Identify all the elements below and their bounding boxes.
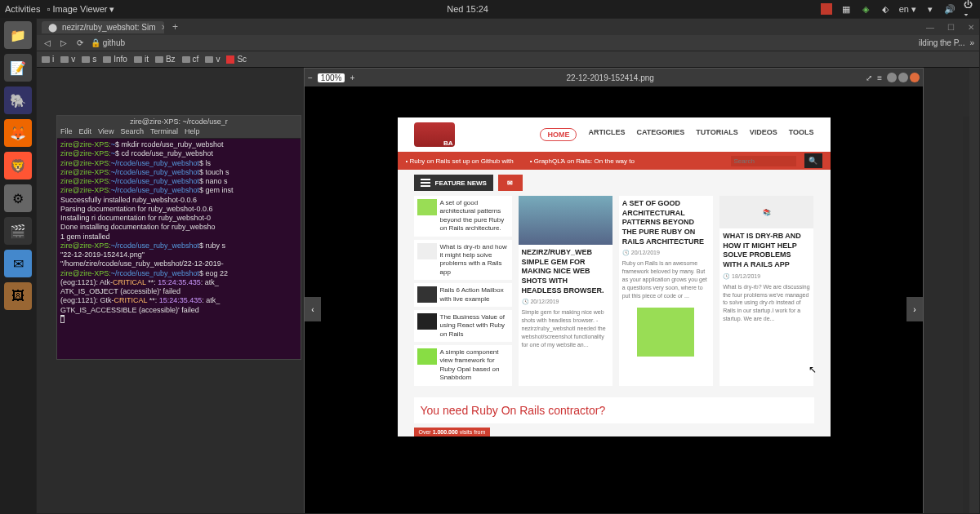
- sidebar-item[interactable]: A set of good architectural patterns bey…: [414, 196, 512, 237]
- bookmark-item[interactable]: s: [82, 55, 96, 64]
- nav-tutorials[interactable]: TUTORIALS: [696, 128, 737, 141]
- tab-title: nezirz/ruby_webshot: Sim: [62, 23, 156, 32]
- terminal-window[interactable]: zire@zire-XPS: ~/rcode/use_r File Edit V…: [56, 115, 301, 360]
- image-viewer-toolbar: − 100% + 22-12-2019-152414.png ⤢ ≡: [305, 69, 923, 86]
- sidebar-item[interactable]: A simple component view framework for Ru…: [414, 345, 512, 386]
- right-tab-fragment: ilding the P...: [919, 38, 965, 47]
- apps-grid-icon[interactable]: ▦: [840, 3, 852, 15]
- network-icon[interactable]: ▾: [924, 3, 936, 15]
- nav-home[interactable]: HOME: [540, 128, 577, 141]
- ticker-bar: • Ruby on Rails set up on Github with • …: [398, 152, 831, 170]
- terminal-menu-item[interactable]: File: [60, 127, 73, 138]
- viewer-filename: 22-12-2019-152414.png: [359, 73, 861, 82]
- recording-indicator-icon[interactable]: [821, 3, 832, 15]
- window-minimize-icon[interactable]: —: [921, 23, 939, 32]
- dock-mail-icon[interactable]: ✉: [4, 250, 32, 277]
- bookmark-item[interactable]: i: [42, 55, 54, 64]
- nav-categories[interactable]: CATEGORIES: [636, 128, 684, 141]
- viewer-menu-icon[interactable]: ≡: [877, 73, 882, 82]
- terminal-menu-item[interactable]: Edit: [79, 127, 92, 138]
- terminal-menu-item[interactable]: Search: [120, 127, 144, 138]
- dock-postgres-icon[interactable]: 🐘: [4, 86, 32, 114]
- image-viewer-window: − 100% + 22-12-2019-152414.png ⤢ ≡ ‹ › ↖: [304, 68, 924, 513]
- article-title: WHAT IS DRY-RB AND HOW IT MIGHT HELP SOL…: [719, 232, 813, 273]
- new-tab-button[interactable]: +: [167, 21, 183, 33]
- hamburger-icon[interactable]: [421, 179, 430, 187]
- terminal-body[interactable]: zire@zire-XPS:~$ mkdir rcode/use_ruby_we…: [57, 139, 301, 326]
- ticker-item[interactable]: • Ruby on Rails set up on Github with: [406, 157, 514, 165]
- terminal-menu-item[interactable]: Help: [185, 127, 200, 138]
- dock-text-icon[interactable]: 📝: [4, 54, 32, 82]
- article-card[interactable]: A SET OF GOOD ARCHITECTURAL PATTERNS BEY…: [619, 196, 713, 386]
- bookmark-item[interactable]: cf: [182, 55, 199, 64]
- bookmark-item[interactable]: Bz: [155, 55, 176, 64]
- shield-icon[interactable]: ◈: [860, 3, 871, 15]
- contractor-banner[interactable]: You need Ruby On Rails contractor?: [414, 397, 814, 423]
- browser-tab[interactable]: ⬤ nezirz/ruby_webshot: Sim ✕: [42, 21, 164, 33]
- article-image: [637, 308, 694, 357]
- feature-sidebar: A set of good architectural patterns bey…: [414, 196, 512, 386]
- feature-news-tag: FEATURE NEWS: [414, 175, 493, 191]
- close-tab-icon[interactable]: ✕: [161, 23, 165, 32]
- dock-settings-icon[interactable]: ⚙: [4, 184, 32, 212]
- terminal-menu-item[interactable]: View: [98, 127, 114, 138]
- address-bar[interactable]: 🔒 github: [91, 38, 914, 47]
- viewer-maximize-icon[interactable]: [898, 73, 908, 82]
- bookmark-item[interactable]: Info: [103, 55, 127, 64]
- article-image: 📚: [719, 196, 813, 228]
- sidebar-item[interactable]: The Business Value of using React with R…: [414, 310, 512, 342]
- sidebar-item[interactable]: What is dry-rb and how it might help sol…: [414, 240, 512, 281]
- terminal-menu-item[interactable]: Terminal: [150, 127, 178, 138]
- dock-image-icon[interactable]: 🖼: [4, 282, 32, 310]
- next-image-button[interactable]: ›: [906, 297, 923, 321]
- viewer-close-icon[interactable]: [910, 73, 920, 82]
- search-input[interactable]: [731, 156, 796, 166]
- screenshot-page: BA HOME ARTICLES CATEGORIES TUTORIALS VI…: [398, 117, 831, 436]
- bookmark-item[interactable]: v: [60, 55, 75, 64]
- overflow-icon[interactable]: »: [969, 38, 974, 47]
- bookmark-item[interactable]: it: [134, 55, 149, 64]
- window-close-icon[interactable]: ✕: [963, 23, 979, 32]
- dock-files-icon[interactable]: 📁: [4, 21, 32, 49]
- nav-videos[interactable]: VIDEOS: [750, 128, 777, 141]
- viewer-canvas: ‹ › ↖ BA HOME ARTICLES CATEGORIES TUTORI…: [305, 86, 923, 513]
- back-button[interactable]: ◁: [42, 38, 53, 47]
- article-card[interactable]: NEZIRZ/RUBY_WEB SIMPLE GEM FOR MAKING NI…: [519, 196, 612, 386]
- window-maximize-icon[interactable]: ☐: [942, 23, 960, 32]
- language-indicator[interactable]: en ▾: [899, 4, 916, 15]
- dock-video-icon[interactable]: 🎬: [4, 217, 32, 245]
- terminal-title: zire@zire-XPS: ~/rcode/use_r: [57, 116, 301, 127]
- fullscreen-icon[interactable]: ⤢: [866, 73, 872, 82]
- mail-icon[interactable]: ✉: [498, 175, 523, 191]
- article-excerpt: Ruby on Rails is an awesome framework be…: [619, 256, 713, 303]
- bookmark-item[interactable]: Sc: [226, 55, 247, 64]
- zoom-out-button[interactable]: −: [308, 73, 313, 82]
- bookmark-item[interactable]: v: [205, 55, 220, 64]
- sidebar-item[interactable]: Rails 6 Action Mailbox with live example: [414, 283, 512, 307]
- site-logo: BA: [414, 122, 455, 147]
- nav-articles[interactable]: ARTICLES: [588, 128, 625, 141]
- power-icon[interactable]: ⏻ ▾: [964, 3, 975, 15]
- volume-icon[interactable]: 🔊: [944, 3, 956, 15]
- dock-firefox-icon[interactable]: 🦊: [4, 119, 32, 147]
- search-button[interactable]: 🔍: [804, 153, 822, 168]
- forward-button[interactable]: ▷: [58, 38, 69, 47]
- desktop-dock: 📁 📝 🐘 🦊 🦁 ⚙ 🎬 ✉ 🖼: [0, 18, 36, 514]
- zoom-level[interactable]: 100%: [318, 73, 345, 82]
- viewer-minimize-icon[interactable]: [887, 73, 897, 82]
- article-date: 🕓 18/12/2019: [719, 273, 813, 280]
- prev-image-button[interactable]: ‹: [305, 297, 321, 321]
- ticker-item[interactable]: • GraphQLΆ on Rails: On the way to: [530, 157, 635, 165]
- dropbox-icon[interactable]: ⬖: [880, 3, 891, 15]
- article-card[interactable]: 📚 WHAT IS DRY-RB AND HOW IT MIGHT HELP S…: [719, 196, 813, 386]
- terminal-menu: File Edit View Search Terminal Help: [57, 127, 301, 139]
- zoom-in-button[interactable]: +: [350, 73, 354, 82]
- app-menu[interactable]: ▫ Image Viewer ▾: [47, 4, 114, 15]
- reload-button[interactable]: ⟳: [74, 38, 86, 47]
- page-scrollbar[interactable]: [963, 117, 969, 513]
- dock-brave-icon[interactable]: 🦁: [4, 152, 32, 179]
- article-date: 🕓 20/12/2019: [619, 250, 713, 256]
- activities-button[interactable]: Activities: [5, 4, 40, 15]
- nav-tools[interactable]: TOOLS: [789, 128, 814, 141]
- page-header: BA HOME ARTICLES CATEGORIES TUTORIALS VI…: [398, 117, 831, 152]
